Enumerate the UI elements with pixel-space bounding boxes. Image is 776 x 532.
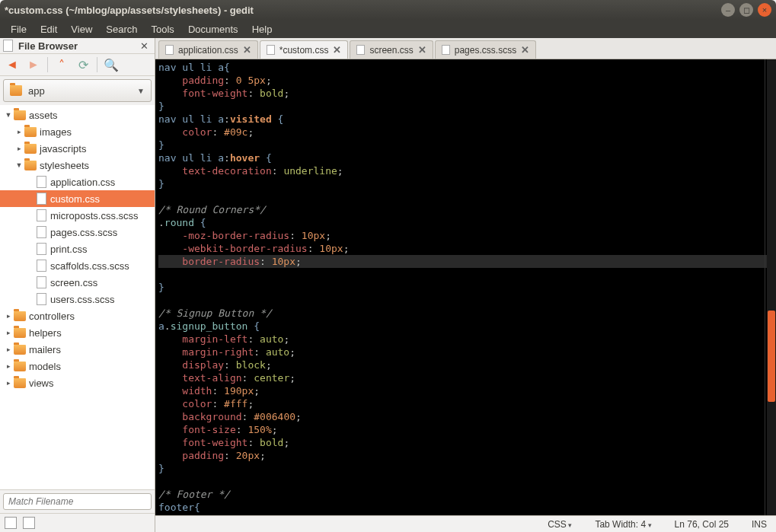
vertical-scrollbar[interactable] — [767, 59, 776, 515]
menu-documents[interactable]: Documents — [182, 22, 244, 37]
file-icon — [356, 45, 365, 55]
menu-search[interactable]: Search — [100, 22, 143, 37]
file-icon — [37, 260, 46, 272]
editor-tab[interactable]: *custom.css✕ — [260, 40, 349, 59]
scrollbar-thumb[interactable] — [768, 311, 775, 402]
file-icon — [37, 276, 46, 288]
tree-file[interactable]: microposts.css.scss — [0, 207, 155, 224]
editor-tab[interactable]: screen.css✕ — [350, 40, 433, 59]
up-icon[interactable]: ˄ — [54, 57, 69, 72]
status-tabwidth[interactable]: Tab Width: 4 — [595, 519, 651, 530]
code-editor[interactable]: nav ul li a{ padding: 0 5px; font-weight… — [155, 59, 776, 515]
menu-tools[interactable]: Tools — [145, 22, 180, 37]
tree-folder[interactable]: ▸controllers — [0, 307, 155, 324]
file-icon — [37, 193, 46, 205]
folder-icon — [14, 110, 26, 120]
folder-icon — [14, 378, 26, 388]
folder-icon — [14, 362, 26, 371]
editor-area: application.css✕*custom.css✕screen.css✕p… — [155, 38, 776, 532]
tree-item-label: custom.css — [50, 193, 100, 205]
tab-close-icon[interactable]: ✕ — [333, 44, 341, 56]
tree-file[interactable]: custom.css — [0, 190, 155, 207]
file-browser-toolbar: ◄ ► ˄ ⟳ 🔍 — [0, 54, 155, 76]
panel-footer-icons — [0, 513, 155, 532]
menu-file[interactable]: File — [5, 22, 33, 37]
maximize-button[interactable]: ◻ — [739, 3, 753, 17]
location-label: app — [28, 85, 137, 97]
tree-folder[interactable]: ▼assets — [0, 107, 155, 123]
tab-close-icon[interactable]: ✕ — [243, 44, 251, 56]
search-icon[interactable]: 🔍 — [104, 57, 119, 72]
location-dropdown[interactable]: app ▼ — [3, 79, 152, 102]
tree-folder[interactable]: ▸images — [0, 123, 155, 140]
file-icon — [267, 45, 275, 55]
refresh-icon[interactable]: ⟳ — [75, 57, 91, 72]
window-title: *custom.css (~/mblog/app/assets/styleshe… — [5, 5, 721, 16]
tree-item-label: helpers — [29, 327, 62, 339]
folder-icon — [14, 328, 26, 338]
tree-folder[interactable]: ▸mailers — [0, 341, 155, 358]
tree-file[interactable]: users.css.scss — [0, 291, 155, 307]
back-icon[interactable]: ◄ — [5, 57, 20, 72]
close-button[interactable]: × — [758, 3, 771, 17]
status-bar: CSS Tab Width: 4 Ln 76, Col 25 INS — [155, 515, 776, 532]
tree-item-label: print.css — [50, 244, 87, 255]
folder-icon — [24, 161, 37, 170]
folder-icon — [10, 85, 22, 96]
menu-view[interactable]: View — [65, 22, 98, 37]
tab-label: pages.css.scss — [455, 45, 516, 56]
tab-label: screen.css — [369, 45, 413, 56]
tree-file[interactable]: screen.css — [0, 274, 155, 291]
window-titlebar: *custom.css (~/mblog/app/assets/styleshe… — [0, 0, 776, 20]
new-folder-icon[interactable] — [23, 517, 35, 529]
tree-item-label: users.css.scss — [50, 294, 115, 305]
tree-item-label: images — [40, 126, 72, 138]
tab-bar: application.css✕*custom.css✕screen.css✕p… — [155, 38, 776, 59]
tree-file[interactable]: print.css — [0, 241, 155, 257]
status-insert-mode: INS — [752, 519, 767, 530]
file-icon — [165, 45, 174, 55]
folder-icon — [24, 127, 37, 137]
tree-folder[interactable]: ▸helpers — [0, 324, 155, 341]
tab-close-icon[interactable]: ✕ — [418, 44, 426, 56]
tree-item-label: application.css — [50, 177, 115, 188]
folder-icon — [24, 144, 37, 154]
window-controls: – ◻ × — [721, 3, 771, 17]
editor-tab[interactable]: application.css✕ — [158, 40, 258, 59]
file-icon — [37, 243, 46, 255]
file-icon — [37, 176, 46, 188]
file-browser-icon — [3, 40, 15, 52]
tree-item-label: pages.css.scss — [50, 227, 117, 238]
folder-icon — [14, 311, 26, 321]
tree-item-label: screen.css — [50, 277, 97, 288]
tree-file[interactable]: application.css — [0, 174, 155, 190]
tree-folder[interactable]: ▼stylesheets — [0, 157, 155, 174]
forward-icon[interactable]: ► — [26, 57, 41, 72]
tree-file[interactable]: pages.css.scss — [0, 224, 155, 241]
status-position: Ln 76, Col 25 — [675, 519, 729, 530]
tree-item-label: assets — [29, 110, 58, 121]
minimize-button[interactable]: – — [721, 3, 735, 17]
right-margin-ruler — [765, 59, 765, 515]
menu-edit[interactable]: Edit — [34, 22, 63, 37]
tree-item-label: microposts.css.scss — [50, 210, 139, 221]
new-file-icon[interactable] — [5, 517, 17, 529]
tab-label: application.css — [178, 45, 238, 56]
editor-tab[interactable]: pages.css.scss✕ — [435, 40, 536, 59]
tree-folder[interactable]: ▸models — [0, 358, 155, 374]
file-tree[interactable]: ▼assets▸images▸javascripts▼stylesheetsap… — [0, 105, 155, 489]
tree-folder[interactable]: ▸views — [0, 374, 155, 391]
tree-file[interactable]: scaffolds.css.scss — [0, 257, 155, 274]
menu-help[interactable]: Help — [246, 22, 279, 37]
file-icon — [442, 45, 450, 55]
status-language[interactable]: CSS — [548, 519, 572, 530]
tree-item-label: stylesheets — [40, 160, 89, 171]
file-browser-panel: File Browser ✕ ◄ ► ˄ ⟳ 🔍 app ▼ ▼assets▸i… — [0, 38, 155, 532]
filter-input[interactable] — [3, 493, 152, 510]
tab-close-icon[interactable]: ✕ — [521, 44, 529, 56]
file-icon — [37, 226, 46, 238]
tree-item-label: controllers — [29, 311, 75, 322]
tree-item-label: models — [29, 361, 61, 372]
tree-folder[interactable]: ▸javascripts — [0, 140, 155, 157]
panel-close-icon[interactable]: ✕ — [137, 40, 152, 52]
